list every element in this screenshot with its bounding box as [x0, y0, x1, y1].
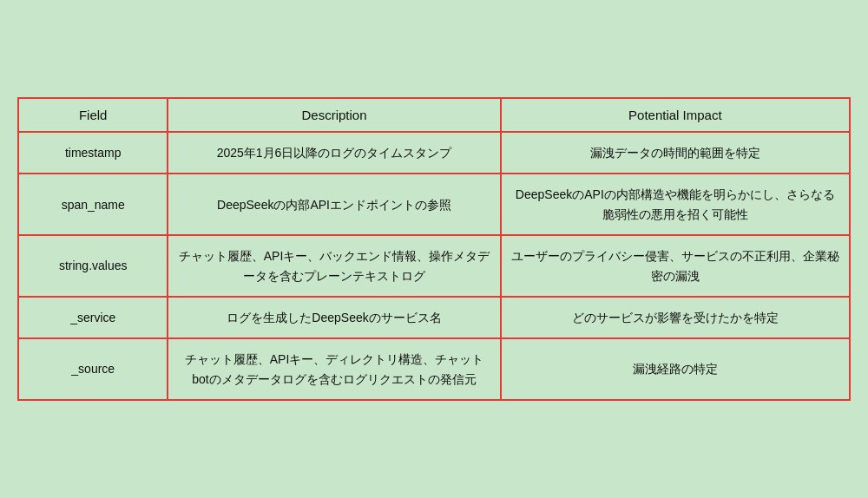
table-row: span_nameDeepSeekの内部APIエンドポイントの参照DeepSee… — [18, 174, 850, 235]
cell-description: チャット履歴、APIキー、バックエンド情報、操作メタデータを含むプレーンテキスト… — [168, 235, 500, 297]
cell-impact: ユーザーのプライバシー侵害、サービスの不正利用、企業秘密の漏洩 — [501, 235, 850, 297]
cell-description: チャット履歴、APIキー、ディレクトリ構造、チャットbotのメタデータログを含む… — [168, 338, 500, 400]
cell-field: timestamp — [18, 132, 168, 174]
cell-field: _source — [18, 338, 168, 400]
cell-description: 2025年1月6日以降のログのタイムスタンプ — [168, 132, 500, 174]
cell-field: span_name — [18, 174, 168, 235]
cell-impact: どのサービスが影響を受けたかを特定 — [501, 297, 850, 338]
cell-field: string.values — [18, 235, 168, 297]
cell-description: DeepSeekの内部APIエンドポイントの参照 — [168, 174, 500, 235]
table-row: _sourceチャット履歴、APIキー、ディレクトリ構造、チャットbotのメタデ… — [18, 338, 850, 400]
cell-field: _service — [18, 297, 168, 338]
data-table: Field Description Potential Impact times… — [17, 97, 851, 401]
table-row: _serviceログを生成したDeepSeekのサービス名どのサービスが影響を受… — [18, 297, 850, 338]
header-description: Description — [168, 98, 500, 132]
header-field: Field — [18, 98, 168, 132]
table-wrapper: Field Description Potential Impact times… — [17, 97, 851, 401]
cell-description: ログを生成したDeepSeekのサービス名 — [168, 297, 500, 338]
cell-impact: 漏洩データの時間的範囲を特定 — [501, 132, 850, 174]
table-row: string.valuesチャット履歴、APIキー、バックエンド情報、操作メタデ… — [18, 235, 850, 297]
cell-impact: DeepSeekのAPIの内部構造や機能を明らかにし、さらなる脆弱性の悪用を招く… — [501, 174, 850, 235]
cell-impact: 漏洩経路の特定 — [501, 338, 850, 400]
header-impact: Potential Impact — [501, 98, 850, 132]
table-header-row: Field Description Potential Impact — [18, 98, 850, 132]
table-row: timestamp2025年1月6日以降のログのタイムスタンプ漏洩データの時間的… — [18, 132, 850, 174]
